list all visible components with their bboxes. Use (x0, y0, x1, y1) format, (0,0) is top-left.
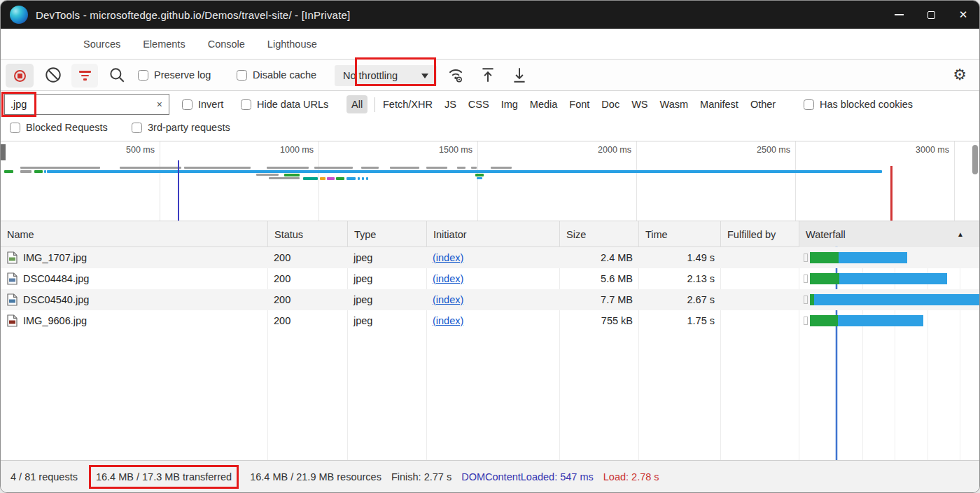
table-row[interactable]: DSC04484.jpg 200 jpeg (index) 5.6 MB 2.1… (1, 268, 979, 289)
type-filter-doc[interactable]: Doc (601, 99, 620, 110)
type-filter-all[interactable]: All (346, 95, 368, 113)
timeline-activity-segment (314, 167, 353, 169)
table-row[interactable]: IMG_9606.jpg 200 jpeg (index) 755 kB 1.7… (1, 310, 979, 331)
initiator-link[interactable]: (index) (433, 273, 463, 284)
request-type: jpeg (354, 247, 372, 268)
minimize-button[interactable] (883, 1, 915, 29)
timeline-gridline (636, 141, 637, 221)
table-header: Name Status Type Initiator Size Time Ful… (1, 221, 979, 247)
type-filter-wasm[interactable]: Wasm (660, 99, 689, 110)
dom-content-loaded-marker (178, 160, 179, 221)
blocked-requests-group: Blocked Requests (10, 122, 108, 133)
load-time: Load: 2.78 s (603, 471, 659, 482)
request-type: jpeg (354, 289, 372, 310)
tab-sources[interactable]: Sources (83, 39, 120, 50)
devtools-window: DevTools - microsoftedge.github.io/Demos… (0, 0, 980, 493)
column-header-type[interactable]: Type (347, 221, 426, 247)
disable-cache-checkbox[interactable] (237, 70, 247, 81)
waterfall-waiting-bar (810, 273, 839, 284)
type-filter-ws[interactable]: WS (631, 99, 648, 110)
timeline-drag-handle[interactable] (1, 144, 6, 160)
timeline-tick-label: 2500 ms (757, 145, 795, 155)
column-header-time[interactable]: Time (638, 221, 720, 247)
type-filter-font[interactable]: Font (569, 99, 589, 110)
close-button[interactable]: ✕ (947, 1, 979, 29)
third-party-group: 3rd-party requests (132, 122, 230, 133)
filter-icon[interactable] (71, 64, 98, 88)
preserve-log-checkbox[interactable] (138, 70, 148, 81)
search-icon[interactable] (108, 66, 126, 84)
tool-tabs: SourcesElementsConsoleLighthouse (83, 29, 317, 60)
invert-checkbox[interactable] (182, 99, 192, 110)
waterfall-queue-marker (804, 317, 808, 325)
record-network-log-button[interactable] (6, 64, 34, 88)
type-filters: Fetch/XHRJSCSSImgMediaFontDocWSWasmManif… (383, 95, 776, 113)
initiator-link[interactable]: (index) (433, 252, 463, 263)
clear-filter-icon[interactable]: × (157, 99, 162, 110)
record-icon (14, 70, 26, 82)
disable-cache-group: Disable cache (237, 69, 316, 81)
timeline-activity-segment (184, 167, 251, 169)
column-header-fulfilled-by[interactable]: Fulfilled by (720, 221, 799, 247)
blocked-requests-checkbox[interactable] (10, 123, 20, 133)
initiator-link[interactable]: (index) (433, 294, 463, 305)
network-overview-timeline[interactable]: 500 ms1000 ms1500 ms2000 ms2500 ms3000 m… (1, 141, 979, 221)
column-header-size[interactable]: Size (559, 221, 638, 247)
column-header-initiator[interactable]: Initiator (426, 221, 559, 247)
type-filter-js[interactable]: JS (444, 99, 456, 110)
network-settings-gear-icon[interactable]: ⚙ (953, 67, 967, 83)
tab-lighthouse[interactable]: Lighthouse (267, 39, 317, 50)
clear-network-log-icon[interactable] (44, 66, 62, 84)
invert-label: Invert (198, 99, 223, 110)
import-har-icon[interactable] (479, 66, 497, 84)
timeline-activity-segment (269, 177, 300, 179)
column-header-status[interactable]: Status (267, 221, 347, 247)
timeline-activity-segment (477, 177, 482, 179)
request-status: 200 (274, 268, 290, 289)
timeline-activity-segment (457, 167, 465, 169)
initiator-link[interactable]: (index) (433, 315, 463, 326)
timeline-tick-label: 500 ms (126, 145, 160, 155)
window-title: DevTools - microsoftedge.github.io/Demos… (36, 9, 350, 21)
request-time: 1.75 s (638, 310, 715, 331)
timeline-activity-segment (256, 174, 279, 176)
preserve-log-group: Preserve log (138, 69, 211, 81)
maximize-button[interactable] (915, 1, 947, 29)
annotation-box-transferred: 16.4 MB / 17.3 MB transferred (89, 465, 239, 489)
table-row[interactable]: DSC04540.jpg 200 jpeg (index) 7.7 MB 2.6… (1, 289, 979, 310)
column-header-waterfall[interactable]: Waterfall (799, 221, 980, 247)
hide-data-urls-checkbox[interactable] (241, 99, 251, 110)
annotation-box-network (355, 57, 436, 86)
type-filter-media[interactable]: Media (530, 99, 558, 110)
type-filter-img[interactable]: Img (501, 99, 518, 110)
table-row[interactable]: IMG_1707.jpg 200 jpeg (index) 2.4 MB 1.4… (1, 247, 979, 268)
column-header-name[interactable]: Name (1, 221, 267, 247)
maximize-icon (927, 11, 935, 19)
request-size: 7.7 MB (559, 289, 633, 310)
request-name: DSC04540.jpg (23, 294, 89, 305)
type-filter-fetch-xhr[interactable]: Fetch/XHR (383, 99, 433, 110)
timeline-activity-segment (20, 167, 100, 169)
waterfall-waiting-bar (810, 315, 838, 326)
type-filter-other[interactable]: Other (750, 99, 776, 110)
waterfall-download-bar (814, 294, 980, 305)
type-filter-manifest[interactable]: Manifest (700, 99, 738, 110)
network-conditions-icon[interactable] (447, 66, 465, 84)
type-filter-css[interactable]: CSS (468, 99, 489, 110)
request-status: 200 (274, 289, 290, 310)
export-har-icon[interactable] (510, 66, 528, 84)
minimize-icon (895, 14, 904, 15)
waterfall-bar (799, 268, 980, 289)
waterfall-bar (799, 289, 980, 310)
request-status: 200 (274, 310, 290, 331)
has-blocked-cookies-checkbox[interactable] (804, 99, 814, 110)
invert-group: Invert (182, 99, 223, 110)
timeline-tick-label: 2000 ms (598, 145, 636, 155)
tab-elements[interactable]: Elements (143, 39, 185, 50)
timeline-gridline (954, 141, 955, 221)
timeline-scrollbar-thumb[interactable] (972, 145, 978, 174)
sort-ascending-icon[interactable]: ▲ (957, 230, 964, 238)
tab-console[interactable]: Console (208, 39, 245, 50)
waterfall-download-bar (839, 273, 947, 284)
third-party-checkbox[interactable] (132, 123, 142, 133)
